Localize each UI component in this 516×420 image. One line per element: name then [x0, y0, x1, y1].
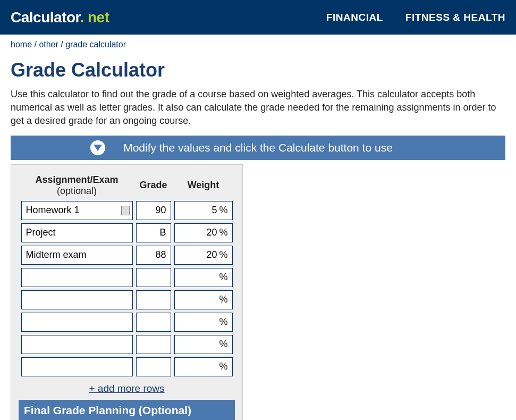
weight-wrapper: %: [174, 223, 233, 242]
percent-label: %: [219, 294, 227, 305]
col-grade: Grade: [136, 174, 171, 198]
content: home / other / grade calculator Grade Ca…: [0, 35, 516, 420]
weight-wrapper: %: [174, 246, 233, 265]
weight-input[interactable]: [175, 313, 219, 331]
table-row: %: [21, 357, 233, 376]
grade-input[interactable]: [136, 268, 171, 287]
table-row: %: [21, 201, 233, 220]
final-grade-title: Final Grade Planning (Optional): [19, 400, 235, 420]
assignment-input[interactable]: [21, 290, 133, 309]
table-row: %: [21, 335, 233, 354]
grade-input[interactable]: [136, 335, 171, 354]
grade-input[interactable]: [136, 357, 171, 376]
table-row: %: [21, 290, 233, 309]
description: Use this calculator to find out the grad…: [11, 88, 505, 128]
percent-label: %: [219, 249, 227, 261]
page-title: Grade Calculator: [11, 59, 505, 81]
weight-input[interactable]: [175, 224, 219, 242]
assignment-input[interactable]: [21, 357, 133, 376]
weight-input[interactable]: [175, 268, 219, 287]
weight-wrapper: %: [174, 357, 233, 376]
table-row: %: [21, 246, 233, 265]
banner-text: Modify the values and click the Calculat…: [123, 141, 393, 154]
weight-input[interactable]: [175, 201, 219, 220]
weight-input[interactable]: [175, 358, 219, 376]
svg-marker-0: [94, 145, 102, 151]
grade-input[interactable]: [136, 290, 171, 309]
weight-wrapper: %: [174, 335, 233, 354]
calculator-panel: Assignment/Exam (optional) Grade Weight …: [11, 164, 243, 420]
weight-wrapper: %: [174, 313, 233, 332]
logo-dot: .: [80, 9, 83, 26]
grade-input[interactable]: [136, 246, 171, 265]
table-row: %: [21, 313, 233, 332]
weight-input[interactable]: [175, 335, 219, 354]
weight-input[interactable]: [175, 291, 219, 309]
breadcrumb: home / other / grade calculator: [11, 40, 505, 49]
add-more-link[interactable]: + add more rows: [89, 383, 164, 394]
percent-label: %: [219, 205, 227, 216]
weight-wrapper: %: [174, 290, 233, 309]
percent-label: %: [219, 316, 227, 327]
weight-input[interactable]: [175, 246, 219, 264]
nav-financial[interactable]: FINANCIAL: [326, 12, 383, 23]
grade-input[interactable]: [136, 201, 171, 220]
header: Calculator. net FINANCIAL FITNESS & HEAL…: [0, 0, 516, 35]
grade-input[interactable]: [136, 223, 171, 242]
percent-label: %: [219, 227, 227, 238]
banner: Modify the values and click the Calculat…: [11, 136, 505, 160]
percent-label: %: [219, 272, 227, 283]
assignment-input[interactable]: [21, 313, 133, 332]
weight-wrapper: %: [174, 268, 233, 287]
percent-label: %: [219, 361, 227, 372]
assignment-input[interactable]: [21, 335, 133, 354]
breadcrumb-home[interactable]: home: [11, 40, 32, 49]
assignment-input[interactable]: [21, 246, 133, 265]
table-row: %: [21, 268, 233, 287]
logo[interactable]: Calculator. net: [11, 9, 109, 26]
assignment-input[interactable]: [21, 223, 133, 242]
assignment-input[interactable]: [21, 268, 133, 287]
breadcrumb-sep: /: [61, 40, 65, 49]
nav: FINANCIAL FITNESS & HEALTH: [326, 12, 505, 23]
add-more-rows: + add more rows: [11, 383, 242, 394]
autofill-icon[interactable]: [121, 206, 130, 215]
grade-input[interactable]: [136, 313, 171, 332]
assignment-input[interactable]: [21, 201, 133, 220]
table-row: %: [21, 223, 233, 242]
weight-wrapper: %: [174, 201, 233, 220]
nav-fitness-health[interactable]: FITNESS & HEALTH: [405, 12, 505, 23]
col-assignment: Assignment/Exam (optional): [21, 174, 133, 198]
breadcrumb-other[interactable]: other: [39, 40, 58, 49]
col-weight: Weight: [174, 174, 233, 198]
percent-label: %: [219, 339, 227, 350]
logo-net: net: [88, 9, 109, 26]
grade-table: Assignment/Exam (optional) Grade Weight …: [18, 171, 236, 380]
breadcrumb-current[interactable]: grade calculator: [65, 40, 126, 49]
chevron-down-icon[interactable]: [90, 140, 105, 155]
logo-main: Calculator: [11, 9, 80, 26]
